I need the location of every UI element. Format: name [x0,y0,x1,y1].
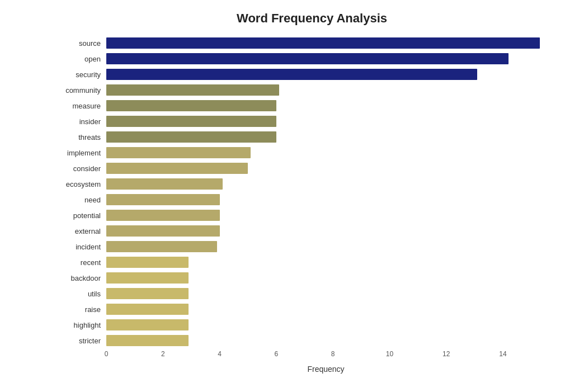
x-axis: 02468101214 Frequency [56,350,545,374]
bar-track [106,224,545,238]
chart-area: sourceopensecuritycommunitymeasureinside… [56,36,545,327]
bar-label: security [56,70,106,79]
bar-label: recent [56,258,106,267]
bar-fill [106,225,220,237]
bar-row: source [56,36,545,50]
bar-label: ecosystem [56,180,106,188]
bar-track [106,36,545,50]
bar-track [106,177,545,191]
bar-fill [106,147,251,158]
bar-track [106,145,545,160]
bar-fill [106,178,223,190]
bar-track [106,67,545,82]
bar-fill [106,100,276,111]
bar-track [106,208,545,223]
x-tick: 14 [499,350,506,358]
bar-row: highlight [56,318,545,332]
bar-fill [106,163,248,174]
bar-label: utils [56,290,106,298]
bar-row: external [56,224,545,238]
bar-row: backdoor [56,271,545,285]
bar-track [106,239,545,254]
bar-track [106,255,545,270]
bar-row: security [56,67,545,82]
bar-track [106,318,545,332]
bar-track [106,286,545,301]
bar-label: potential [56,211,106,220]
bar-row: potential [56,208,545,223]
bar-label: source [56,39,106,48]
bar-track [106,98,545,113]
bar-row: need [56,192,545,207]
bar-label: threats [56,133,106,141]
bar-row: stricter [56,333,545,348]
bar-row: measure [56,98,545,113]
bar-track [106,192,545,207]
bar-label: incident [56,243,106,251]
chart-title: Word Frequency Analysis [56,11,545,26]
bar-fill [106,272,189,284]
bar-fill [106,241,217,252]
bar-track [106,83,545,97]
bar-row: community [56,83,545,97]
bar-label: backdoor [56,274,106,282]
bar-label: implement [56,149,106,157]
bar-track [106,302,545,317]
x-tick: 10 [386,350,393,358]
bar-label: insider [56,117,106,126]
bar-fill [106,116,276,127]
x-axis-label: Frequency [56,365,545,374]
bar-label: highlight [56,321,106,329]
bar-track [106,130,545,144]
bar-fill [106,319,189,330]
bar-fill [106,288,189,299]
bar-track [106,161,545,176]
bar-row: recent [56,255,545,270]
x-tick: 12 [443,350,450,358]
bar-label: external [56,227,106,235]
bar-label: consider [56,164,106,173]
bar-row: consider [56,161,545,176]
bar-row: insider [56,114,545,129]
bar-track [106,271,545,285]
bar-row: ecosystem [56,177,545,191]
x-tick: 2 [161,350,165,358]
bar-fill [106,257,189,268]
bar-row: threats [56,130,545,144]
bar-row: utils [56,286,545,301]
x-tick: 0 [105,350,109,358]
bar-fill [106,131,276,143]
bar-row: incident [56,239,545,254]
bar-fill [106,210,220,221]
bar-row: raise [56,302,545,317]
bar-fill [106,53,509,64]
bar-label: need [56,196,106,204]
bar-row: open [56,51,545,66]
bar-label: raise [56,305,106,314]
bar-fill [106,37,540,49]
bar-label: community [56,86,106,95]
bar-label: open [56,55,106,63]
bar-track [106,114,545,129]
bar-row: implement [56,145,545,160]
bar-track [106,51,545,66]
bar-fill [106,194,220,205]
bar-track [106,333,545,348]
bar-fill [106,304,189,315]
bar-fill [106,69,477,80]
x-tick: 6 [275,350,279,358]
x-ticks: 02468101214 [106,350,545,361]
x-tick: 8 [331,350,335,358]
bars-section: sourceopensecuritycommunitymeasureinside… [56,36,545,348]
x-tick: 4 [218,350,222,358]
bar-label: measure [56,102,106,110]
bar-fill [106,84,279,96]
chart-container: Word Frequency Analysis sourceopensecuri… [0,0,579,392]
bar-label: stricter [56,337,106,345]
bar-fill [106,335,189,346]
